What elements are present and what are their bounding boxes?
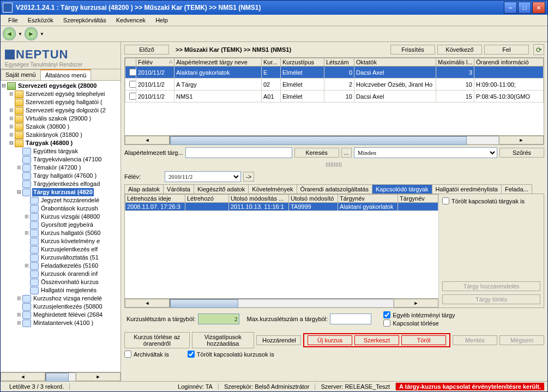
tree-item[interactable]: Együttes tárgyak <box>32 147 79 155</box>
tree-item[interactable]: Virtuális szakok (29000 ) <box>25 114 92 123</box>
tree-expand-icon[interactable]: ⊞ <box>16 164 22 172</box>
maximize-button[interactable]: □ <box>518 2 531 14</box>
table-row[interactable]: 2010/11/2Alaktani gyakorlatok EElmélet 0… <box>125 67 544 79</box>
tree-item[interactable]: Összevonható kurzus <box>40 278 100 286</box>
tree-view[interactable]: ⊟Szervezeti egységek (28000 ⊞Szervezeti … <box>1 81 121 372</box>
col-modifier[interactable]: Utolsó módosító <box>289 195 338 203</box>
delete-link-checkbox[interactable] <box>383 319 390 327</box>
new-course-button[interactable]: Új kurzus <box>308 335 352 345</box>
hscrollbar[interactable] <box>45 372 76 381</box>
add-examtypes-button[interactable]: Vizsgatípusok hozzáadása <box>192 332 254 348</box>
splitter[interactable] <box>121 160 547 169</box>
minimize-button[interactable]: – <box>504 2 517 14</box>
table-row[interactable]: 2010/11/2A Tárgy 02Elmélet 2Holczveber Ö… <box>125 79 544 91</box>
nav-fwd-dropdown[interactable]: ▼ <box>40 32 44 37</box>
search-button[interactable]: Keresés <box>294 148 339 158</box>
scroll-thumb[interactable] <box>170 299 238 308</box>
tree-item[interactable]: Mintatantervek (4100 ) <box>32 319 94 327</box>
tree-item[interactable]: Kurzusjelentkezés (50800 <box>32 303 104 311</box>
tree-item[interactable]: Tárgy hallgatói (47600 ) <box>32 172 98 180</box>
deleted-checkbox[interactable] <box>442 197 449 204</box>
refresh-icon[interactable]: ⟳ <box>533 44 544 55</box>
col-max[interactable]: Maximális l... <box>436 58 474 67</box>
tree-item[interactable]: Szakirányok (31800 ) <box>25 131 83 139</box>
menu-file[interactable]: File <box>4 16 22 25</box>
tree-item[interactable]: Kurzusok órarendi inf <box>40 270 99 278</box>
tab-orarendi[interactable]: Órarendi adatszolgáltatás <box>297 184 372 194</box>
scroll-left-button[interactable]: ◄ <box>125 136 170 144</box>
hscrollbar[interactable] <box>170 299 394 307</box>
col-kur[interactable]: Kur... <box>262 58 281 67</box>
tree-expand-icon[interactable]: ⊞ <box>16 319 22 327</box>
tree-item[interactable]: Kurzus követelmény e <box>40 237 101 245</box>
search-more-button[interactable]: ... <box>341 148 352 158</box>
other-inst-checkbox[interactable] <box>383 311 390 318</box>
scroll-thumb[interactable] <box>170 136 467 145</box>
tree-item[interactable]: Kurzus vizsgái (48800 <box>40 213 101 221</box>
tab-kovet[interactable]: Követelmények <box>248 184 297 194</box>
tree-item[interactable]: Gyorsított jegybeírá <box>40 221 94 229</box>
tree-item-selected[interactable]: Tárgy kurzusai (4820 <box>32 188 94 196</box>
tree-item[interactable]: Tárgyekvivalencia (47100 <box>32 155 103 164</box>
tree-item[interactable]: Tárgyjelentkezés elfogad <box>32 180 101 188</box>
row-checkbox[interactable] <box>129 69 136 76</box>
scroll-left-button[interactable]: ◄ <box>125 299 170 307</box>
tab-alap[interactable]: Alap adatok <box>124 184 164 194</box>
nav-back-button[interactable]: ◄ <box>3 27 16 40</box>
nav-forward-button[interactable]: ► <box>25 27 38 40</box>
tree-expand-icon[interactable]: ⊞ <box>23 213 29 221</box>
count-input[interactable] <box>198 313 239 324</box>
courses-grid[interactable]: Félév△ Alapértelmezett tárgy neve Kur...… <box>124 57 544 145</box>
assign-subject-button[interactable]: Tárgy hozzárendelés <box>442 281 540 291</box>
tree-expand-icon[interactable]: ⊞ <box>8 114 14 123</box>
tab-general-menu[interactable]: Általános menü <box>40 69 92 80</box>
tree-item[interactable]: Szervezeti egység telephelyei <box>25 90 106 98</box>
deleted-courses-checkbox[interactable] <box>188 351 195 358</box>
scroll-right-button[interactable]: ► <box>394 299 438 307</box>
menu-fav[interactable]: Kedvencek <box>112 16 150 25</box>
col-nev[interactable]: Alapértelmezett tárgy neve <box>174 58 262 67</box>
prev-button[interactable]: Előző <box>124 45 169 55</box>
tree-item[interactable]: Témakör (47200 ) <box>32 164 82 172</box>
menu-tools[interactable]: Eszközök <box>23 16 58 25</box>
col-modified[interactable]: Utolsó módosítás ... <box>229 195 289 203</box>
delete-button[interactable]: Töröl <box>401 335 446 345</box>
table-row[interactable]: 2010/11/2NMS1 A01Elmélet 10Dacsi Axel 15… <box>125 91 544 102</box>
tree-expand-icon[interactable]: ⊞ <box>23 262 29 270</box>
row-checkbox[interactable] <box>129 93 136 100</box>
tree-item[interactable]: Feladatkezelés (5160 <box>40 262 99 270</box>
tab-own-menu[interactable]: Saját menü <box>1 69 41 80</box>
delete-schedule-button[interactable]: Kurzus törlése az órarendről <box>124 332 190 348</box>
scroll-thumb[interactable] <box>46 373 69 382</box>
col-okt[interactable]: Oktatók <box>354 58 436 67</box>
tree-expand-icon[interactable]: ⊞ <box>23 229 29 237</box>
cancel-button[interactable]: Mégsem <box>499 335 544 345</box>
up-button[interactable]: Fel <box>484 45 529 55</box>
tab-hallgatoi[interactable]: Hallgatói eredménylista <box>432 184 502 194</box>
tree-item[interactable]: Órabontások kurzush <box>40 204 99 213</box>
tree-item[interactable]: Szervezeti egység dolgozói (2 <box>25 106 107 114</box>
menu-role[interactable]: Szerepkörváltás <box>59 16 111 25</box>
assign-button[interactable]: Hozzárendel <box>256 335 301 345</box>
tree-collapse-icon[interactable]: ⊟ <box>8 139 14 147</box>
close-button[interactable]: × <box>532 2 545 14</box>
nav-back-dropdown[interactable]: ▼ <box>18 32 22 37</box>
edit-button[interactable]: Szerkeszt <box>354 335 399 345</box>
tab-varolista[interactable]: Várólista <box>163 184 194 194</box>
search-scope-select[interactable]: Minden <box>354 147 497 158</box>
next-button[interactable]: Következő <box>437 45 482 55</box>
tree-item[interactable]: Kurzushoz vizsga rendelé <box>32 294 103 303</box>
tree-item[interactable]: Hallgatói megjelenés <box>40 286 98 294</box>
row-checkbox[interactable] <box>129 81 136 88</box>
tree-expand-icon[interactable]: ⊞ <box>8 106 14 114</box>
scroll-right-button[interactable]: ► <box>499 136 544 144</box>
tree-root[interactable]: Szervezeti egységek (28000 <box>17 82 98 90</box>
tree-expand-icon[interactable]: ⊞ <box>8 90 14 98</box>
delete-subject-button[interactable]: Tárgy törlés <box>442 294 540 304</box>
scroll-left-button[interactable]: ◄ <box>1 372 45 381</box>
tab-kieg[interactable]: Kiegészítő adatok <box>194 184 249 194</box>
felev-select[interactable]: 2010/11/2 <box>165 171 241 182</box>
tree-item[interactable]: Kurzus hallgatói (5060 <box>40 229 101 237</box>
archived-checkbox[interactable] <box>124 351 131 358</box>
tree-item[interactable]: Meghirdetett félévei (2684 <box>32 311 104 319</box>
